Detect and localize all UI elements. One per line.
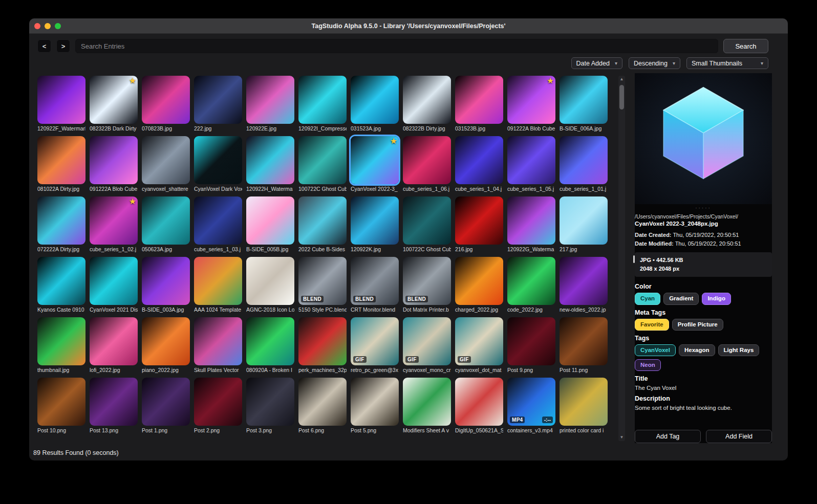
thumbnail-image[interactable] bbox=[298, 317, 347, 365]
grid-item[interactable]: Post 2.png bbox=[194, 378, 242, 433]
scrollbar-thumb[interactable] bbox=[619, 85, 624, 109]
thumbnail-image[interactable] bbox=[507, 317, 555, 365]
grid-item[interactable]: 217.jpg bbox=[560, 196, 608, 252]
grid-item[interactable]: 120922H_Waterma bbox=[246, 136, 294, 192]
maximize-button[interactable] bbox=[55, 23, 61, 29]
grid-item[interactable]: new-oldies_2022.jp bbox=[560, 257, 608, 313]
thumbnail-image[interactable] bbox=[37, 136, 85, 184]
thumbnail-image[interactable] bbox=[560, 257, 608, 305]
thumbnail-image[interactable] bbox=[298, 378, 347, 426]
grid-item[interactable]: Skull Plates Vector bbox=[194, 317, 242, 373]
thumbnail-image[interactable] bbox=[246, 196, 294, 245]
grid-item[interactable]: 120922K.jpg bbox=[351, 196, 399, 252]
grid-item[interactable]: cyanvoxel_shattere bbox=[142, 136, 190, 192]
thumbnail-image[interactable] bbox=[403, 136, 451, 184]
thumbnail-image[interactable] bbox=[455, 378, 503, 426]
thumbnail-image[interactable] bbox=[142, 196, 190, 245]
thumbnail-image[interactable] bbox=[194, 317, 242, 365]
search-button[interactable]: Search bbox=[723, 39, 768, 53]
grid-item[interactable]: Post 6.png bbox=[298, 378, 347, 433]
scroll-up-icon[interactable]: ▲ bbox=[620, 76, 624, 83]
thumbnail-image[interactable] bbox=[298, 76, 347, 124]
grid-item[interactable]: B-SIDE_006A.jpg bbox=[560, 76, 608, 132]
thumbnail-image[interactable]: ★ bbox=[351, 136, 399, 184]
grid-item[interactable]: GIF cyanvoxel_dot_mat bbox=[455, 317, 503, 373]
grid-item[interactable]: charged_2022.jpg bbox=[455, 257, 503, 313]
grid-item[interactable]: AAA 1024 Template bbox=[194, 257, 242, 313]
grid-item[interactable]: 050623A.jpg bbox=[142, 196, 190, 252]
back-button[interactable]: < bbox=[37, 39, 51, 53]
add-tag-button[interactable]: Add Tag bbox=[635, 430, 701, 443]
thumbnail-image[interactable] bbox=[194, 136, 242, 184]
grid-item[interactable]: ★ CyanVoxel 2022-3_ bbox=[351, 136, 399, 192]
thumbnail-image[interactable] bbox=[37, 257, 85, 305]
grid-item[interactable]: printed color card i bbox=[560, 378, 608, 433]
grid-item[interactable]: code_2022.jpg bbox=[507, 257, 555, 313]
thumbnail-image[interactable] bbox=[507, 257, 555, 305]
forward-button[interactable]: > bbox=[56, 39, 70, 53]
thumbnail-image[interactable] bbox=[194, 76, 242, 124]
thumbnail-image[interactable] bbox=[560, 76, 608, 124]
grid-item[interactable]: Post 3.png bbox=[246, 378, 294, 433]
thumbnail-image[interactable]: BLEND bbox=[298, 257, 347, 305]
grid-item[interactable]: cube_series_1_05.j bbox=[507, 136, 555, 192]
close-button[interactable] bbox=[34, 23, 40, 29]
grid-item[interactable]: Post 10.png bbox=[37, 378, 85, 433]
grid-item[interactable]: Modifiers Sheet A v bbox=[403, 378, 451, 433]
grid-item[interactable]: cube_series_1_04.j bbox=[455, 136, 503, 192]
scroll-down-icon[interactable]: ▼ bbox=[620, 434, 624, 441]
thumbnail-image[interactable] bbox=[142, 136, 190, 184]
grid-item[interactable]: cube_series_1_01.j bbox=[560, 136, 608, 192]
color-tag-pill[interactable]: Cyan bbox=[635, 293, 660, 304]
thumbnail-size-dropdown[interactable]: Small Thumbnails ▾ bbox=[686, 57, 768, 69]
grid-item[interactable]: GIF retro_pc_green@3x bbox=[351, 317, 399, 373]
thumbnail-image[interactable]: MP4 -:-- bbox=[507, 378, 555, 426]
color-tag-pill[interactable]: Gradient bbox=[663, 293, 699, 304]
grid-item[interactable]: B-SIDE_003A.jpg bbox=[142, 257, 190, 313]
grid-item[interactable]: perk_machines_32p bbox=[298, 317, 347, 373]
grid-item[interactable]: 081022A Dirty.jpg bbox=[37, 136, 85, 192]
thumbnail-image[interactable] bbox=[246, 136, 294, 184]
thumbnail-image[interactable] bbox=[194, 257, 242, 305]
thumbnail-image[interactable] bbox=[560, 196, 608, 245]
thumbnail-image[interactable]: ★ bbox=[507, 76, 555, 124]
thumbnail-image[interactable] bbox=[455, 136, 503, 184]
thumbnail-image[interactable]: BLEND bbox=[351, 257, 399, 305]
grid-item[interactable]: GIF cyanvoxel_mono_cr bbox=[403, 317, 451, 373]
thumbnail-image[interactable] bbox=[246, 257, 294, 305]
title-value[interactable]: The Cyan Voxel bbox=[635, 385, 772, 391]
tag-pill[interactable]: Light Rays bbox=[718, 344, 760, 356]
thumbnail-image[interactable] bbox=[455, 76, 503, 124]
thumbnail-image[interactable] bbox=[90, 136, 138, 184]
grid-item[interactable]: 120922F_Watermark bbox=[37, 76, 85, 132]
grid-scrollbar[interactable]: ▲ ▼ bbox=[618, 76, 625, 441]
grid-item[interactable]: 120922E.jpg bbox=[246, 76, 294, 132]
color-tag-pill[interactable]: Indigo bbox=[702, 293, 731, 304]
grid-item[interactable]: Kyanos Caste 0910 bbox=[37, 257, 85, 313]
minimize-button[interactable] bbox=[45, 23, 51, 29]
grid-item[interactable]: BLEND CRT Monitor.blend bbox=[351, 257, 399, 313]
fields-scrollbar-thumb[interactable] bbox=[633, 255, 635, 263]
grid-item[interactable]: Post 9.png bbox=[507, 317, 555, 373]
grid-item[interactable]: lofi_2022.jpg bbox=[90, 317, 138, 373]
thumbnail-image[interactable]: GIF bbox=[351, 317, 399, 365]
thumbnail-image[interactable] bbox=[403, 196, 451, 245]
thumbnail-image[interactable] bbox=[403, 76, 451, 124]
thumbnail-image[interactable] bbox=[246, 378, 294, 426]
meta-tag-pill[interactable]: Favorite bbox=[635, 319, 669, 331]
thumbnail-image[interactable] bbox=[455, 257, 503, 305]
tag-pill[interactable]: CyanVoxel bbox=[635, 344, 676, 356]
thumbnail-image[interactable] bbox=[90, 257, 138, 305]
thumbnail-image[interactable] bbox=[194, 196, 242, 245]
thumbnail-image[interactable] bbox=[37, 76, 85, 124]
description-value[interactable]: Some sort of bright teal looking cube. bbox=[635, 405, 772, 411]
grid-item[interactable]: Post 5.png bbox=[351, 378, 399, 433]
thumbnail-image[interactable] bbox=[298, 136, 347, 184]
thumbnail-image[interactable]: GIF bbox=[455, 317, 503, 365]
grid-item[interactable]: AGNC-2018 Icon Lo bbox=[246, 257, 294, 313]
meta-tag-pill[interactable]: Profile Picture bbox=[672, 319, 723, 331]
grid-item[interactable]: ★ 091222A Blob Cube bbox=[507, 76, 555, 132]
thumbnail-image[interactable] bbox=[194, 378, 242, 426]
thumbnail-image[interactable]: BLEND bbox=[403, 257, 451, 305]
thumbnail-image[interactable] bbox=[142, 257, 190, 305]
